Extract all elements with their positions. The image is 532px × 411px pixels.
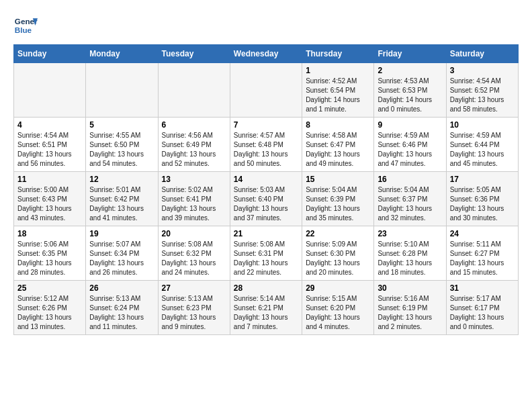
day-number: 16 <box>378 175 442 184</box>
calendar-cell: 24Sunrise: 5:11 AM Sunset: 6:27 PM Dayli… <box>446 226 518 281</box>
day-number: 29 <box>306 283 370 293</box>
calendar-cell: 17Sunrise: 5:05 AM Sunset: 6:36 PM Dayli… <box>446 172 518 226</box>
day-info: Sunrise: 4:59 AM Sunset: 6:44 PM Dayligh… <box>450 131 515 169</box>
calendar-cell: 30Sunrise: 5:16 AM Sunset: 6:19 PM Dayli… <box>374 281 446 335</box>
day-info: Sunrise: 4:58 AM Sunset: 6:47 PM Dayligh… <box>306 131 370 169</box>
day-info: Sunrise: 4:56 AM Sunset: 6:49 PM Dayligh… <box>162 131 226 169</box>
calendar-cell: 20Sunrise: 5:08 AM Sunset: 6:32 PM Dayli… <box>158 226 230 281</box>
calendar-week-3: 11Sunrise: 5:00 AM Sunset: 6:43 PM Dayli… <box>14 172 519 226</box>
day-info: Sunrise: 5:13 AM Sunset: 6:24 PM Dayligh… <box>89 294 154 332</box>
calendar-table: SundayMondayTuesdayWednesdayThursdayFrid… <box>13 44 519 335</box>
day-number: 14 <box>234 175 298 184</box>
calendar-cell: 14Sunrise: 5:03 AM Sunset: 6:40 PM Dayli… <box>230 172 302 226</box>
day-number: 18 <box>17 229 82 238</box>
day-info: Sunrise: 5:08 AM Sunset: 6:32 PM Dayligh… <box>162 240 226 277</box>
day-info: Sunrise: 4:57 AM Sunset: 6:48 PM Dayligh… <box>234 131 298 169</box>
calendar-cell: 23Sunrise: 5:10 AM Sunset: 6:28 PM Dayli… <box>374 226 446 281</box>
calendar-cell: 26Sunrise: 5:13 AM Sunset: 6:24 PM Dayli… <box>86 281 158 335</box>
page-header: General Blue <box>13 13 519 38</box>
calendar-cell: 6Sunrise: 4:56 AM Sunset: 6:49 PM Daylig… <box>158 118 230 172</box>
day-info: Sunrise: 4:52 AM Sunset: 6:54 PM Dayligh… <box>306 77 370 114</box>
day-number: 26 <box>89 283 154 293</box>
day-number: 31 <box>450 283 515 293</box>
calendar-cell <box>14 63 86 118</box>
day-number: 21 <box>234 229 298 238</box>
day-info: Sunrise: 5:09 AM Sunset: 6:30 PM Dayligh… <box>306 240 370 277</box>
day-number: 5 <box>89 120 154 130</box>
calendar-week-4: 18Sunrise: 5:06 AM Sunset: 6:35 PM Dayli… <box>14 226 519 281</box>
day-number: 25 <box>17 283 82 293</box>
day-number: 1 <box>306 66 370 75</box>
day-number: 7 <box>234 120 298 130</box>
day-number: 20 <box>162 229 226 238</box>
day-number: 6 <box>162 120 226 130</box>
calendar-cell <box>86 63 158 118</box>
day-number: 8 <box>306 120 370 130</box>
day-number: 28 <box>234 283 298 293</box>
day-info: Sunrise: 5:05 AM Sunset: 6:36 PM Dayligh… <box>450 185 515 223</box>
calendar-week-1: 1Sunrise: 4:52 AM Sunset: 6:54 PM Daylig… <box>14 63 519 118</box>
calendar-cell: 8Sunrise: 4:58 AM Sunset: 6:47 PM Daylig… <box>302 118 374 172</box>
calendar-cell <box>158 63 230 118</box>
day-info: Sunrise: 5:03 AM Sunset: 6:40 PM Dayligh… <box>234 185 298 223</box>
calendar-cell: 31Sunrise: 5:17 AM Sunset: 6:17 PM Dayli… <box>446 281 518 335</box>
day-number: 27 <box>162 283 226 293</box>
day-info: Sunrise: 5:01 AM Sunset: 6:42 PM Dayligh… <box>89 185 154 223</box>
calendar-cell: 11Sunrise: 5:00 AM Sunset: 6:43 PM Dayli… <box>14 172 86 226</box>
day-info: Sunrise: 5:04 AM Sunset: 6:39 PM Dayligh… <box>306 185 370 223</box>
calendar-week-5: 25Sunrise: 5:12 AM Sunset: 6:26 PM Dayli… <box>14 281 519 335</box>
calendar-cell: 5Sunrise: 4:55 AM Sunset: 6:50 PM Daylig… <box>86 118 158 172</box>
svg-text:Blue: Blue <box>15 26 32 34</box>
calendar-cell: 10Sunrise: 4:59 AM Sunset: 6:44 PM Dayli… <box>446 118 518 172</box>
calendar-cell: 16Sunrise: 5:04 AM Sunset: 6:37 PM Dayli… <box>374 172 446 226</box>
day-info: Sunrise: 5:12 AM Sunset: 6:26 PM Dayligh… <box>17 294 82 332</box>
day-info: Sunrise: 5:16 AM Sunset: 6:19 PM Dayligh… <box>378 294 442 332</box>
col-header-sunday: Sunday <box>14 45 86 63</box>
day-number: 19 <box>89 229 154 238</box>
day-info: Sunrise: 4:55 AM Sunset: 6:50 PM Dayligh… <box>89 131 154 169</box>
day-number: 12 <box>89 175 154 184</box>
calendar-week-2: 4Sunrise: 4:54 AM Sunset: 6:51 PM Daylig… <box>14 118 519 172</box>
calendar-cell: 22Sunrise: 5:09 AM Sunset: 6:30 PM Dayli… <box>302 226 374 281</box>
day-info: Sunrise: 4:59 AM Sunset: 6:46 PM Dayligh… <box>378 131 442 169</box>
calendar-cell: 27Sunrise: 5:13 AM Sunset: 6:23 PM Dayli… <box>158 281 230 335</box>
day-number: 13 <box>162 175 226 184</box>
day-number: 2 <box>378 66 442 75</box>
calendar-cell: 28Sunrise: 5:14 AM Sunset: 6:21 PM Dayli… <box>230 281 302 335</box>
day-number: 30 <box>378 283 442 293</box>
calendar-cell: 19Sunrise: 5:07 AM Sunset: 6:34 PM Dayli… <box>86 226 158 281</box>
day-number: 23 <box>378 229 442 238</box>
day-number: 11 <box>17 175 82 184</box>
day-info: Sunrise: 5:11 AM Sunset: 6:27 PM Dayligh… <box>450 240 515 277</box>
day-number: 15 <box>306 175 370 184</box>
day-number: 17 <box>450 175 515 184</box>
calendar-cell: 3Sunrise: 4:54 AM Sunset: 6:52 PM Daylig… <box>446 63 518 118</box>
col-header-saturday: Saturday <box>446 45 518 63</box>
day-info: Sunrise: 5:08 AM Sunset: 6:31 PM Dayligh… <box>234 240 298 277</box>
day-info: Sunrise: 4:54 AM Sunset: 6:51 PM Dayligh… <box>17 131 82 169</box>
calendar-cell: 18Sunrise: 5:06 AM Sunset: 6:35 PM Dayli… <box>14 226 86 281</box>
calendar-cell: 21Sunrise: 5:08 AM Sunset: 6:31 PM Dayli… <box>230 226 302 281</box>
col-header-wednesday: Wednesday <box>230 45 302 63</box>
calendar-cell: 25Sunrise: 5:12 AM Sunset: 6:26 PM Dayli… <box>14 281 86 335</box>
day-number: 3 <box>450 66 515 75</box>
day-number: 4 <box>17 120 82 130</box>
calendar-cell: 1Sunrise: 4:52 AM Sunset: 6:54 PM Daylig… <box>302 63 374 118</box>
day-info: Sunrise: 5:02 AM Sunset: 6:41 PM Dayligh… <box>162 185 226 223</box>
day-info: Sunrise: 5:06 AM Sunset: 6:35 PM Dayligh… <box>17 240 82 277</box>
calendar-cell <box>230 63 302 118</box>
day-info: Sunrise: 4:53 AM Sunset: 6:53 PM Dayligh… <box>378 77 442 114</box>
day-number: 9 <box>378 120 442 130</box>
calendar-cell: 29Sunrise: 5:15 AM Sunset: 6:20 PM Dayli… <box>302 281 374 335</box>
calendar-cell: 9Sunrise: 4:59 AM Sunset: 6:46 PM Daylig… <box>374 118 446 172</box>
calendar-cell: 15Sunrise: 5:04 AM Sunset: 6:39 PM Dayli… <box>302 172 374 226</box>
logo-icon: General Blue <box>13 13 38 38</box>
day-info: Sunrise: 5:15 AM Sunset: 6:20 PM Dayligh… <box>306 294 370 332</box>
day-number: 22 <box>306 229 370 238</box>
logo: General Blue <box>13 13 40 38</box>
day-info: Sunrise: 4:54 AM Sunset: 6:52 PM Dayligh… <box>450 77 515 114</box>
calendar-cell: 13Sunrise: 5:02 AM Sunset: 6:41 PM Dayli… <box>158 172 230 226</box>
calendar-cell: 4Sunrise: 4:54 AM Sunset: 6:51 PM Daylig… <box>14 118 86 172</box>
calendar-cell: 12Sunrise: 5:01 AM Sunset: 6:42 PM Dayli… <box>86 172 158 226</box>
day-info: Sunrise: 5:07 AM Sunset: 6:34 PM Dayligh… <box>89 240 154 277</box>
